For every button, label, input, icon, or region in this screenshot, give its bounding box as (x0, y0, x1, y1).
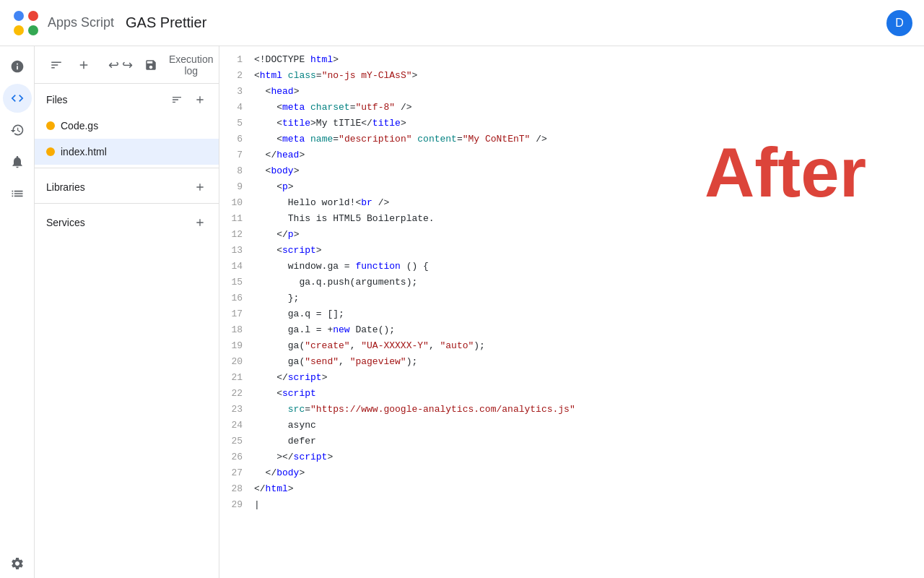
line-number: 8 (219, 163, 254, 179)
execution-log-button[interactable]: Execution log (160, 49, 222, 81)
code-line-29: 29| (219, 497, 924, 513)
sort-button[interactable] (43, 52, 69, 78)
line-number: 24 (219, 418, 254, 434)
libraries-header: Libraries (35, 171, 219, 200)
add-file-button[interactable] (71, 52, 97, 78)
files-header: Files (35, 84, 219, 113)
file-name-code-gs: Code.gs (61, 120, 98, 131)
code-line-24: 24 async (219, 418, 924, 434)
code-line-23: 23 src="https://www.google-analytics.com… (219, 402, 924, 418)
file-dot-code-gs (46, 121, 55, 130)
code-line-8: 8 <body> (219, 163, 924, 179)
line-content: <body> (254, 163, 924, 179)
line-content: <script> (254, 243, 924, 259)
code-editor[interactable]: 1<!DOCTYPE html>2<html class="no-js mY-C… (219, 46, 924, 578)
svg-point-2 (14, 25, 24, 35)
sidebar-triggers-btn[interactable] (3, 147, 32, 176)
code-line-26: 26 ></script> (219, 449, 924, 465)
add-service-button[interactable] (190, 212, 210, 233)
line-number: 7 (219, 147, 254, 163)
line-number: 22 (219, 386, 254, 402)
add-new-file-button[interactable] (190, 90, 210, 110)
file-panel: ↩ ↪ Execution log Files (35, 46, 219, 578)
sidebar-info-btn[interactable] (3, 52, 32, 81)
line-number: 11 (219, 211, 254, 227)
divider-2 (35, 203, 219, 204)
line-content: Hello world!<br /> (254, 195, 924, 211)
file-item-index-html[interactable]: index.html (35, 139, 219, 165)
code-line-12: 12 </p> (219, 227, 924, 243)
sidebar-settings-btn[interactable] (3, 549, 32, 578)
sort-files-button[interactable] (167, 90, 187, 110)
line-content: <html class="no-js mY-ClAsS"> (254, 68, 924, 84)
code-line-3: 3 <head> (219, 84, 924, 100)
add-library-button[interactable] (190, 177, 210, 197)
line-number: 3 (219, 84, 254, 100)
code-line-19: 19 ga("create", "UA-XXXXX-Y", "auto"); (219, 338, 924, 354)
line-content: src="https://www.google-analytics.com/an… (254, 402, 924, 418)
line-number: 1 (219, 52, 254, 68)
line-content: }; (254, 290, 924, 306)
file-dot-index-html (46, 147, 55, 156)
line-number: 18 (219, 322, 254, 338)
line-content: <script (254, 386, 924, 402)
line-number: 13 (219, 243, 254, 259)
line-content: <title>My tITlE</title> (254, 116, 924, 131)
user-avatar[interactable]: D (886, 10, 912, 36)
line-number: 16 (219, 290, 254, 306)
project-name: GAS Prettier (126, 14, 206, 31)
code-line-28: 28</html> (219, 481, 924, 497)
code-line-27: 27 </body> (219, 465, 924, 481)
sidebar-editor-btn[interactable] (3, 84, 32, 113)
code-line-13: 13 <script> (219, 243, 924, 259)
file-item-code-gs[interactable]: Code.gs (35, 113, 219, 139)
line-content: <meta name="description" content="My CoN… (254, 131, 924, 147)
redo-button[interactable]: ↪ (122, 52, 133, 78)
code-line-6: 6 <meta name="description" content="My C… (219, 131, 924, 147)
line-content: ></script> (254, 449, 924, 465)
code-line-18: 18 ga.l = +new Date(); (219, 322, 924, 338)
line-content: <p> (254, 179, 924, 195)
line-number: 19 (219, 338, 254, 354)
code-line-7: 7 </head> (219, 147, 924, 163)
icon-sidebar (0, 46, 35, 578)
save-button[interactable] (144, 52, 157, 78)
line-content: <meta charset="utf-8" /> (254, 100, 924, 116)
line-content: ga("send", "pageview"); (254, 354, 924, 370)
line-content: ga.q = []; (254, 306, 924, 322)
line-content: ga.q.push(arguments); (254, 275, 924, 290)
logo-area: Apps Script (12, 9, 114, 38)
files-section: Files Code.gs index.html (35, 84, 219, 165)
files-label: Files (46, 94, 68, 105)
line-number: 4 (219, 100, 254, 116)
editor-area: After 1<!DOCTYPE html>2<html class="no-j… (219, 46, 924, 578)
line-content: </body> (254, 465, 924, 481)
line-content: This is HTML5 Boilerplate. (254, 211, 924, 227)
sidebar-executions-btn[interactable] (3, 179, 32, 208)
code-line-14: 14 window.ga = function () { (219, 259, 924, 275)
services-header: Services (35, 207, 219, 236)
undo-button[interactable]: ↩ (108, 52, 119, 78)
line-content: <head> (254, 84, 924, 100)
line-number: 26 (219, 449, 254, 465)
code-line-21: 21 </script> (219, 370, 924, 386)
svg-point-3 (28, 25, 38, 35)
libraries-label: Libraries (46, 181, 85, 193)
line-content: </p> (254, 227, 924, 243)
line-number: 28 (219, 481, 254, 497)
line-number: 23 (219, 402, 254, 418)
line-content: ga("create", "UA-XXXXX-Y", "auto"); (254, 338, 924, 354)
line-content: defer (254, 434, 924, 449)
line-number: 29 (219, 497, 254, 513)
sidebar-history-btn[interactable] (3, 116, 32, 144)
line-number: 12 (219, 227, 254, 243)
file-name-index-html: index.html (61, 146, 107, 158)
code-line-17: 17 ga.q = []; (219, 306, 924, 322)
line-content: </script> (254, 370, 924, 386)
services-label: Services (46, 217, 85, 228)
line-content: window.ga = function () { (254, 259, 924, 275)
svg-point-0 (14, 11, 24, 21)
code-line-11: 11 This is HTML5 Boilerplate. (219, 211, 924, 227)
line-number: 21 (219, 370, 254, 386)
divider-1 (35, 168, 219, 168)
